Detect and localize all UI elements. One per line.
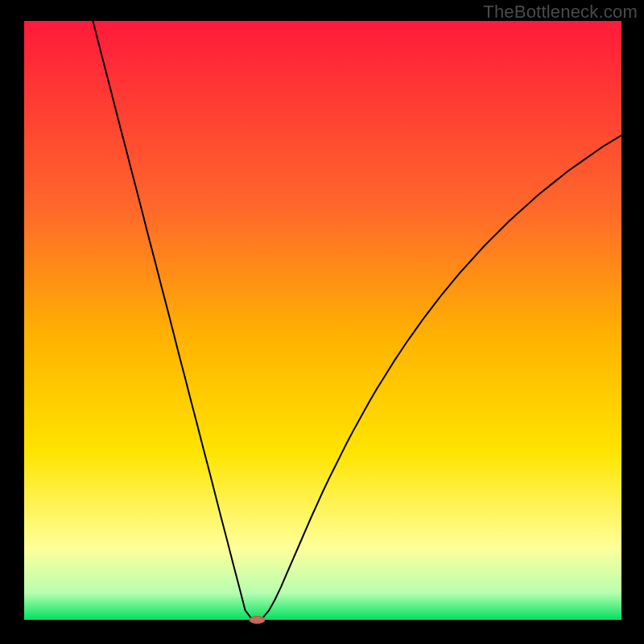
- optimal-point-marker: [250, 617, 265, 624]
- bottleneck-chart: [0, 0, 644, 644]
- watermark-text: TheBottleneck.com: [483, 2, 638, 23]
- chart-frame: { "watermark": "TheBottleneck.com", "col…: [0, 0, 644, 644]
- plot-background: [24, 21, 621, 620]
